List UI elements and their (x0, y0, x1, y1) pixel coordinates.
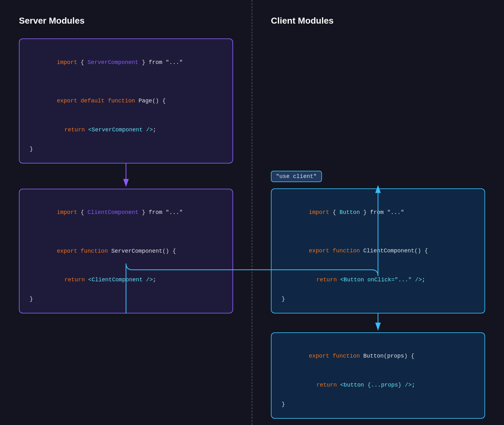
code-line-15: } (282, 399, 474, 409)
code-line-3: return <ServerComponent />; (30, 115, 222, 144)
code-line-12: } (282, 294, 474, 304)
diagram-container: Server Modules import { ServerComponent … (0, 0, 504, 425)
code-line-13: export function Button(props) { (282, 342, 474, 371)
code-line-blank (30, 77, 222, 87)
button-component-block: export function Button(props) { return <… (271, 332, 485, 419)
server-component-block: import { ClientComponent } from "..." ex… (19, 189, 233, 314)
code-line-9: import { Button } from "..." (282, 198, 474, 227)
code-line-1: import { ServerComponent } from "..." (30, 48, 222, 77)
right-panel: Client Modules "use client" import { But… (252, 0, 504, 425)
code-line-6: export function ServerComponent() { (30, 237, 222, 266)
code-line-blank3 (282, 227, 474, 237)
code-line-5: import { ClientComponent } from "..." (30, 198, 222, 227)
code-line-blank2 (30, 227, 222, 237)
code-line-10: export function ClientComponent() { (282, 236, 474, 265)
kw-import: import (57, 59, 77, 66)
server-page-block: import { ServerComponent } from "..." ex… (19, 38, 233, 164)
code-line-8: } (30, 294, 222, 304)
code-line-7: return <ClientComponent />; (30, 266, 222, 295)
code-line-4: } (30, 144, 222, 154)
right-panel-title: Client Modules (271, 16, 485, 26)
code-line-2: export default function Page() { (30, 86, 222, 115)
left-panel-title: Server Modules (19, 16, 233, 26)
right-panel-spacer (271, 38, 485, 171)
use-client-label: "use client" (271, 171, 322, 182)
code-line-11: return <Button onClick="..." />; (282, 265, 474, 294)
arrow-spacer-1 (19, 164, 233, 189)
client-component-block: import { Button } from "..." export func… (271, 188, 485, 313)
code-line-14: return <button {...props} />; (282, 370, 474, 399)
arrow-spacer-2 (271, 313, 485, 332)
left-panel: Server Modules import { ServerComponent … (0, 0, 252, 425)
